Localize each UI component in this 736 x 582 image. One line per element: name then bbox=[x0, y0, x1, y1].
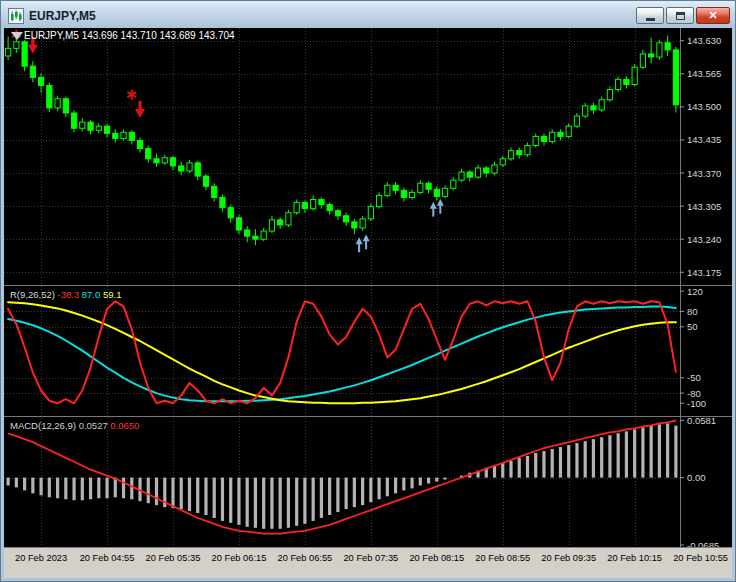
close-icon: ✕ bbox=[708, 8, 717, 23]
chart-window: EURJPY,M5 ✕ 143.630143.565143.500143.435… bbox=[0, 0, 736, 582]
svg-text:-100: -100 bbox=[687, 398, 706, 409]
svg-text:120: 120 bbox=[687, 286, 703, 297]
chart-app-icon bbox=[8, 8, 24, 24]
svg-text:20 Feb 06:55: 20 Feb 06:55 bbox=[278, 553, 333, 563]
svg-text:20 Feb 08:55: 20 Feb 08:55 bbox=[475, 553, 530, 563]
svg-text:20 Feb 10:55: 20 Feb 10:55 bbox=[673, 553, 728, 563]
time-axis[interactable]: 20 Feb 202320 Feb 04:5520 Feb 05:3520 Fe… bbox=[4, 547, 732, 578]
minimize-icon bbox=[646, 18, 655, 21]
restore-icon bbox=[676, 12, 685, 20]
chart-canvas[interactable]: 143.630143.565143.500143.435143.370143.3… bbox=[4, 28, 732, 578]
svg-text:80: 80 bbox=[687, 306, 698, 317]
svg-text:143.305: 143.305 bbox=[687, 201, 721, 212]
grid-layer bbox=[4, 28, 732, 547]
svg-text:143.630: 143.630 bbox=[687, 35, 721, 46]
svg-text:143.500: 143.500 bbox=[687, 101, 721, 112]
svg-text:20 Feb 08:15: 20 Feb 08:15 bbox=[409, 553, 464, 563]
svg-text:143.240: 143.240 bbox=[687, 234, 721, 245]
svg-text:-50: -50 bbox=[687, 372, 701, 383]
restore-button[interactable] bbox=[666, 7, 694, 24]
titlebar[interactable]: EURJPY,M5 ✕ bbox=[1, 1, 735, 28]
svg-text:0.00: 0.00 bbox=[687, 472, 706, 483]
minimize-button[interactable] bbox=[636, 7, 664, 24]
window-title: EURJPY,M5 bbox=[29, 9, 636, 23]
svg-text:143.565: 143.565 bbox=[687, 68, 721, 79]
svg-text:20 Feb 05:35: 20 Feb 05:35 bbox=[146, 553, 201, 563]
svg-text:20 Feb 10:15: 20 Feb 10:15 bbox=[607, 553, 662, 563]
svg-text:20 Feb 2023: 20 Feb 2023 bbox=[15, 553, 67, 563]
svg-text:143.370: 143.370 bbox=[687, 168, 721, 179]
close-button[interactable]: ✕ bbox=[696, 7, 730, 24]
svg-text:143.435: 143.435 bbox=[687, 134, 721, 145]
svg-text:20 Feb 09:35: 20 Feb 09:35 bbox=[541, 553, 596, 563]
svg-text:0.0581: 0.0581 bbox=[687, 415, 716, 426]
svg-text:20 Feb 07:35: 20 Feb 07:35 bbox=[343, 553, 398, 563]
svg-text:50: 50 bbox=[687, 321, 698, 332]
svg-text:143.175: 143.175 bbox=[687, 267, 721, 278]
svg-text:20 Feb 06:15: 20 Feb 06:15 bbox=[212, 553, 267, 563]
chart-client-area: 143.630143.565143.500143.435143.370143.3… bbox=[4, 28, 732, 578]
svg-text:20 Feb 04:55: 20 Feb 04:55 bbox=[80, 553, 135, 563]
window-buttons: ✕ bbox=[636, 7, 730, 24]
